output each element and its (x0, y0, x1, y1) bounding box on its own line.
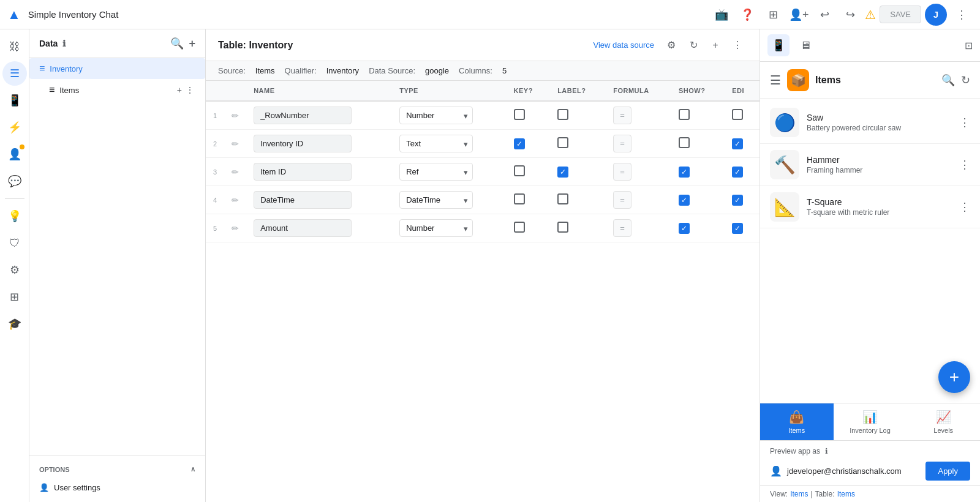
save-button[interactable]: SAVE (880, 6, 921, 23)
content-add-icon[interactable]: + (706, 36, 725, 55)
options-toggle[interactable]: OPTIONS ∧ (39, 460, 195, 478)
nav-badge (20, 144, 24, 149)
table-body: 1 ✏ _RowNumber Number = 2 ✏ Inventory ID (206, 101, 760, 242)
user-settings-icon: 👤 (39, 483, 49, 492)
table-container: NAME TYPE KEY? LABEL? FORMULA SHOW? EDI … (206, 81, 760, 502)
source-label: Source: (218, 66, 246, 75)
items-panel: ☰ 📦 Items 🔍 ↻ 🔵 Saw Battery powered circ… (760, 62, 980, 502)
app-title: Simple Inventory Chat (28, 9, 706, 20)
field-name[interactable]: DateTime (254, 191, 352, 209)
user-settings-item[interactable]: 👤 User settings (39, 478, 195, 497)
field-name[interactable]: Item ID (254, 163, 352, 181)
tab-icon: 📈 (936, 410, 951, 424)
item-more-icon[interactable]: ⋮ (959, 116, 970, 129)
nav-grad-icon[interactable]: 🎓 (2, 312, 27, 336)
type-select[interactable]: DateTime (399, 191, 473, 209)
formula-input[interactable]: = (613, 191, 631, 209)
panel-tab-mobile[interactable]: 📱 (767, 34, 790, 56)
tab-inventory-log[interactable]: 📊 Inventory Log (834, 403, 907, 440)
tab-icon: 📊 (862, 410, 878, 424)
share-icon[interactable]: 👤+ (788, 4, 810, 26)
nav-users-icon[interactable]: 👤 (2, 142, 27, 167)
content-settings-icon[interactable]: ⚙ (662, 36, 681, 55)
item-more-icon[interactable]: ⋮ (959, 158, 970, 171)
nav-mobile-icon[interactable]: 📱 (2, 88, 27, 113)
more-options-icon[interactable]: ⋮ (951, 4, 973, 26)
edit2-cell: ✓ (725, 186, 760, 214)
preview-icon[interactable]: 📺 (710, 4, 733, 26)
tab-items[interactable]: 👜 Items (760, 403, 834, 440)
sidebar-info-icon[interactable]: ℹ (62, 39, 66, 48)
right-panel: 📱 🖥 ⊡ ☰ 📦 Items 🔍 ↻ 🔵 Saw Battery powere… (760, 29, 980, 502)
formula-input[interactable]: = (613, 135, 631, 152)
view-link[interactable]: Items (790, 490, 808, 498)
field-name[interactable]: _RowNumber (254, 107, 352, 124)
nav-gear-icon[interactable]: ⚙ (2, 258, 27, 282)
row-edit-icon[interactable]: ✏ (232, 195, 239, 205)
sidebar-search-icon[interactable]: 🔍 (170, 37, 184, 50)
nav-grid-icon[interactable]: ⊞ (2, 285, 27, 309)
type-select[interactable]: Number (399, 107, 473, 124)
label-cell (550, 214, 606, 242)
sidebar-item-add-icon[interactable]: + (176, 84, 183, 96)
nav-data-icon[interactable]: ☰ (2, 61, 27, 86)
sidebar-item-inventory[interactable]: ≡ Inventory (29, 58, 205, 79)
show-cell: ✓ (671, 214, 725, 242)
items-panel-menu-icon[interactable]: ☰ (770, 73, 781, 88)
redo-icon[interactable]: ↪ (839, 4, 861, 26)
view-table-bar: View: Items | Table: Items (760, 485, 980, 502)
type-select[interactable]: Text (399, 135, 473, 152)
items-panel-refresh-icon[interactable]: ↻ (961, 73, 970, 87)
table-link[interactable]: Items (837, 490, 855, 498)
key-cell: ✓ (507, 130, 551, 158)
formula-cell: = (606, 130, 671, 158)
view-data-source-link[interactable]: View data source (594, 40, 655, 50)
sidebar-item-more-icon[interactable]: ⋮ (184, 84, 195, 96)
nav-shield-icon[interactable]: 🛡 (2, 231, 27, 255)
item-name: Saw (807, 113, 952, 122)
preview-email: jdeveloper@christianschalk.com (787, 466, 921, 476)
columns-table: NAME TYPE KEY? LABEL? FORMULA SHOW? EDI … (206, 81, 760, 242)
type-select[interactable]: Ref (399, 163, 473, 181)
list-item[interactable]: 🔵 Saw Battery powered circular saw ⋮ (760, 102, 980, 144)
item-more-icon[interactable]: ⋮ (959, 200, 970, 214)
apply-button[interactable]: Apply (925, 462, 970, 481)
formula-input[interactable]: = (613, 219, 631, 237)
sidebar-add-icon[interactable]: + (189, 37, 195, 50)
content-refresh-icon[interactable]: ↻ (684, 36, 703, 55)
help-icon[interactable]: ❓ (736, 4, 758, 26)
undo-icon[interactable]: ↩ (813, 4, 835, 26)
type-select[interactable]: Number (399, 219, 473, 237)
content-more-icon[interactable]: ⋮ (728, 36, 747, 55)
row-edit-icon[interactable]: ✏ (232, 223, 239, 233)
nav-bulb-icon[interactable]: 💡 (2, 204, 27, 228)
row-edit-icon[interactable]: ✏ (232, 139, 239, 149)
avatar[interactable]: J (925, 4, 947, 26)
panel-expand-icon[interactable]: ⊡ (965, 40, 973, 51)
list-item[interactable]: 🔨 Hammer Framing hammer ⋮ (760, 144, 980, 186)
table-icon[interactable]: ⊞ (762, 4, 784, 26)
items-panel-search-icon[interactable]: 🔍 (941, 73, 955, 87)
type-select-wrapper: Ref (399, 163, 473, 181)
items-panel-header: ☰ 📦 Items 🔍 ↻ (760, 62, 980, 99)
edit2-cell: ✓ (725, 130, 760, 158)
row-edit-icon[interactable]: ✏ (232, 167, 239, 177)
col-key: KEY? (507, 81, 551, 101)
nav-bolt-icon[interactable]: ⚡ (2, 115, 27, 140)
row-edit-icon[interactable]: ✏ (232, 111, 239, 121)
nav-connections-icon[interactable]: ⛓ (2, 34, 27, 59)
formula-input[interactable]: = (613, 163, 631, 181)
fab-add-button[interactable]: + (938, 361, 970, 393)
list-item[interactable]: 📐 T-Square T-square with metric ruler ⋮ (760, 186, 980, 228)
table-row: 4 ✏ DateTime DateTime = ✓ ✓ (206, 186, 760, 214)
field-name[interactable]: Inventory ID (254, 135, 352, 152)
sidebar-item-inventory-label: Inventory (50, 64, 195, 73)
panel-tab-desktop[interactable]: 🖥 (794, 34, 816, 56)
field-name[interactable]: Amount (254, 219, 352, 237)
key-cell (507, 101, 551, 130)
nav-chat-icon[interactable]: 💬 (2, 169, 27, 193)
sidebar-item-items[interactable]: ≡ Items + ⋮ (29, 79, 205, 101)
table-row: 1 ✏ _RowNumber Number = (206, 101, 760, 130)
tab-levels[interactable]: 📈 Levels (907, 403, 980, 440)
formula-input[interactable]: = (613, 107, 631, 124)
